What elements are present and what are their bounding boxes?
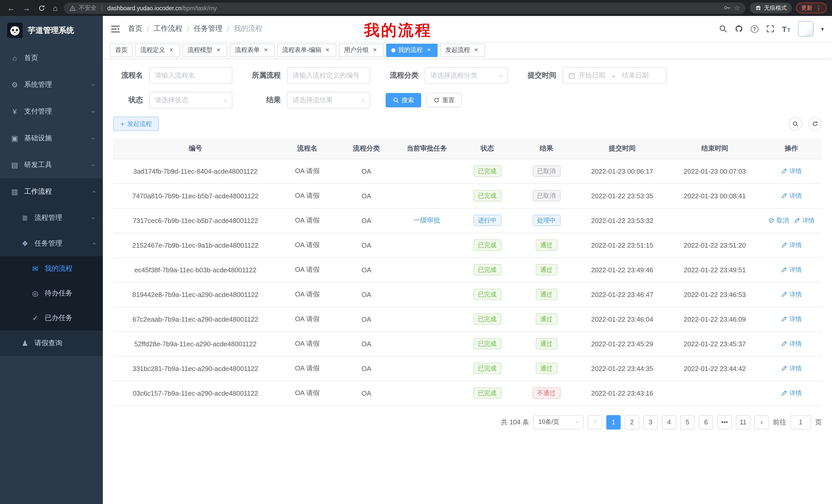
- screen: ← → ⌂ 不安全 dashboard.yudao.iocoder.cn/bpm…: [0, 0, 832, 504]
- app-logo[interactable]: 芋道管理系统: [0, 16, 103, 45]
- end-date-placeholder[interactable]: 结束日期: [622, 71, 649, 80]
- refresh-table-button[interactable]: [808, 117, 822, 131]
- sidebar-item-task-mgmt[interactable]: ❖ 任务管理 ›: [0, 231, 103, 256]
- show-search-button[interactable]: [789, 117, 802, 131]
- page-size-select[interactable]: 10条/页 ›: [533, 415, 583, 429]
- sidebar-item[interactable]: ⚙ 系统管理 ›: [0, 72, 103, 98]
- cell-process-name: OA 请假: [278, 159, 337, 184]
- caret-down-icon[interactable]: ▾: [821, 26, 824, 32]
- close-icon[interactable]: ×: [425, 47, 433, 54]
- sidebar-item[interactable]: ⌂ 首页 ›: [0, 45, 103, 72]
- tab[interactable]: 流程模型 ×: [183, 44, 227, 57]
- page-button[interactable]: 1: [606, 415, 621, 429]
- close-icon[interactable]: ×: [215, 47, 222, 54]
- close-icon[interactable]: ×: [371, 47, 379, 54]
- page-button[interactable]: 11: [736, 415, 750, 429]
- tab[interactable]: 流程表单 ×: [230, 44, 275, 57]
- cell-process-name: OA 请假: [278, 184, 337, 208]
- create-process-button[interactable]: + 发起流程: [113, 117, 159, 131]
- browser-menu-icon[interactable]: ⋮: [815, 4, 822, 11]
- cell-end-time: 2022-01-22 23:49:51: [669, 257, 761, 282]
- sidebar-item-process-mgmt[interactable]: ≣ 流程管理 ›: [0, 205, 103, 231]
- sidebar-item-workflow[interactable]: ▥ 工作流程 ›: [0, 178, 103, 205]
- status-select[interactable]: 请选择状态 ›: [149, 92, 232, 108]
- result-select[interactable]: 请选择流结果 ›: [287, 92, 370, 108]
- current-task-link[interactable]: 一级审批: [413, 216, 440, 224]
- tab[interactable]: 用户分组 ×: [339, 44, 384, 57]
- tab[interactable]: 我的流程 ×: [386, 44, 438, 57]
- page-button[interactable]: •••: [717, 415, 732, 429]
- browser-back-icon[interactable]: ←: [7, 4, 15, 12]
- detail-link[interactable]: 详情: [781, 339, 802, 348]
- cell-end-time: 2022-01-22 23:46:53: [669, 282, 761, 307]
- status-badge: 已完成: [473, 264, 501, 275]
- avatar[interactable]: [798, 21, 813, 36]
- browser-home-icon[interactable]: ⌂: [53, 4, 58, 12]
- update-button[interactable]: 更新 ⋮: [796, 3, 827, 13]
- github-icon[interactable]: [734, 25, 743, 33]
- reset-button[interactable]: 重置: [426, 93, 462, 107]
- tab[interactable]: 发起流程 ×: [440, 44, 485, 57]
- chevron-down-icon: ›: [90, 137, 97, 139]
- process-definition-input[interactable]: 请输入流程定义的编号: [287, 67, 370, 84]
- sidebar-item[interactable]: ▣ 基础设施 ›: [0, 125, 103, 151]
- cancel-link[interactable]: 取消: [768, 216, 789, 225]
- detail-link[interactable]: 详情: [781, 241, 802, 249]
- detail-link[interactable]: 详情: [781, 167, 802, 175]
- password-key-icon[interactable]: [724, 4, 731, 12]
- prev-page-button[interactable]: ›: [588, 415, 602, 429]
- sidebar-item[interactable]: ✉ 我的流程: [0, 256, 103, 281]
- tab[interactable]: 首页 ×: [110, 44, 133, 57]
- close-icon[interactable]: ×: [324, 47, 331, 54]
- result-badge: 已取消: [532, 190, 560, 201]
- close-icon[interactable]: ×: [473, 47, 480, 54]
- close-icon[interactable]: ×: [167, 47, 175, 54]
- search-icon[interactable]: [719, 25, 727, 33]
- sidebar-toggle-icon[interactable]: [111, 25, 120, 33]
- detail-link[interactable]: 详情: [781, 191, 802, 200]
- detail-link[interactable]: 详情: [781, 364, 802, 373]
- detail-link[interactable]: 详情: [781, 315, 802, 324]
- breadcrumb-item[interactable]: 任务管理: [194, 24, 223, 33]
- tab[interactable]: 流程定义 ×: [135, 44, 180, 57]
- page-button[interactable]: 3: [643, 415, 658, 429]
- task-mgmt-icon: ❖: [21, 240, 29, 248]
- sidebar-item-leave-query[interactable]: ♟ 请假查询: [0, 330, 103, 356]
- placeholder-text: 请选择状态: [155, 95, 222, 105]
- page-button[interactable]: 2: [625, 415, 639, 429]
- sidebar-item[interactable]: ¥ 支付管理 ›: [0, 98, 103, 125]
- font-size-icon[interactable]: TT: [782, 24, 790, 33]
- browser-forward-icon[interactable]: →: [23, 4, 30, 12]
- fullscreen-icon[interactable]: [766, 25, 774, 33]
- help-icon[interactable]: ?: [751, 25, 758, 33]
- page-button[interactable]: 5: [680, 415, 695, 429]
- detail-link[interactable]: 详情: [781, 290, 802, 299]
- search-button[interactable]: 搜索: [386, 93, 421, 107]
- start-date-placeholder[interactable]: 开始日期: [578, 71, 605, 80]
- close-icon[interactable]: ×: [262, 47, 269, 54]
- category-select[interactable]: 请选择流程分类 ›: [425, 67, 508, 84]
- security-label[interactable]: 不安全: [79, 4, 97, 12]
- breadcrumb-item[interactable]: 我的流程: [234, 24, 262, 33]
- page-button[interactable]: 6: [699, 415, 713, 429]
- status-badge: 已完成: [473, 240, 501, 251]
- browser-reload-icon[interactable]: [38, 4, 45, 11]
- date-range-picker[interactable]: 开始日期 - 结束日期: [563, 67, 667, 84]
- sidebar-item[interactable]: ✓ 已办任务: [0, 306, 103, 330]
- goto-page-input[interactable]: 1: [790, 415, 811, 429]
- breadcrumb-item[interactable]: 工作流程: [154, 24, 183, 33]
- detail-link[interactable]: 详情: [781, 265, 802, 274]
- next-page-button[interactable]: ›: [754, 415, 769, 429]
- address-bar[interactable]: 不安全 dashboard.yudao.iocoder.cn/bpm/task/…: [64, 2, 746, 13]
- breadcrumb-item[interactable]: 首页: [128, 24, 142, 33]
- cell-id: 52ffd28e-7b9a-11ec-a290-acde48001122: [113, 331, 278, 356]
- tab[interactable]: 流程表单-编辑 ×: [277, 44, 336, 57]
- process-name-input[interactable]: 请输入流程名: [149, 67, 232, 84]
- result-badge: 通过: [536, 240, 557, 251]
- sidebar-item[interactable]: ▤ 研发工具 ›: [0, 151, 103, 178]
- bookmark-star-icon[interactable]: ☆: [734, 4, 740, 12]
- sidebar-item[interactable]: ◎ 待办任务: [0, 281, 103, 306]
- detail-link[interactable]: 详情: [794, 216, 814, 225]
- page-button[interactable]: 4: [662, 415, 676, 429]
- detail-link[interactable]: 详情: [781, 389, 802, 397]
